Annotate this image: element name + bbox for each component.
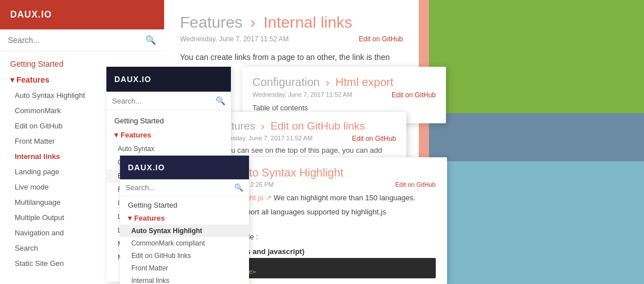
sidebar3-chevron-icon: ▾ bbox=[128, 214, 132, 222]
search-icon: 🔍 bbox=[145, 35, 156, 45]
sidebar3-getting-started[interactable]: Getting Started bbox=[120, 199, 249, 212]
sidebar2-search-bar[interactable]: 🔍 bbox=[106, 92, 231, 110]
card-edit-meta: Wednesday, June 7, 2017 11:52 AM Edit on… bbox=[213, 135, 396, 143]
sidebar2-features-section[interactable]: ▾ Features bbox=[106, 128, 231, 142]
config-separator: › bbox=[326, 76, 330, 88]
sidebar2-chevron-icon: ▾ bbox=[114, 131, 118, 139]
card-config-date: Wednesday, June 7, 2017 11:52 AM bbox=[252, 91, 352, 99]
card-config-edit-link[interactable]: Edit on GitHub bbox=[392, 91, 436, 99]
card-edit-title: Features › Edit on GitHub links bbox=[213, 120, 396, 132]
page-body: You can create links from a page to an o… bbox=[180, 51, 403, 63]
card-config-meta: Wednesday, June 7, 2017 11:52 AM Edit on… bbox=[252, 91, 436, 99]
sidebar2-header: DAUX.IO bbox=[106, 67, 231, 92]
auto-page: Auto Syntax Highlight bbox=[235, 166, 344, 179]
breadcrumb-page: Internal links bbox=[263, 14, 352, 31]
chevron-down-icon: ▾ bbox=[10, 75, 14, 84]
edit-page: Edit on GitHub links bbox=[271, 120, 365, 132]
search-input[interactable] bbox=[8, 36, 141, 45]
sidebar3-item-1[interactable]: CommonMark compliant bbox=[120, 237, 249, 249]
edit-on-github-link[interactable]: Edit on GitHub bbox=[359, 35, 403, 43]
card-auto-edit-link[interactable]: Edit on GitHub bbox=[395, 181, 436, 188]
page-breadcrumb-title: Features › Internal links bbox=[180, 14, 403, 32]
body-paragraph: You can create links from a page to an o… bbox=[180, 51, 403, 63]
page-meta: Wednesday, June 7, 2017 11:52 AM Edit on… bbox=[180, 35, 403, 43]
sidebar3-brand: DAUX.IO bbox=[128, 163, 165, 172]
card-config-body: Table of contents bbox=[252, 104, 436, 112]
sidebar2-getting-started[interactable]: Getting Started bbox=[106, 114, 231, 128]
sidebar3: DAUX.IO 🔍 Getting Started ▾ Features Aut… bbox=[120, 156, 249, 284]
breadcrumb-separator: › bbox=[250, 14, 255, 31]
search-bar[interactable]: 🔍 bbox=[0, 29, 164, 51]
sidebar3-search-bar[interactable]: 🔍 bbox=[120, 179, 249, 196]
sidebar3-features-section[interactable]: ▾ Features bbox=[120, 212, 249, 225]
card-edit-edit-link[interactable]: Edit on GitHub bbox=[352, 135, 396, 143]
sidebar3-item-3[interactable]: Front Matter bbox=[120, 262, 249, 274]
sidebar2-search-icon: 🔍 bbox=[216, 96, 225, 105]
sidebar3-item-4[interactable]: Internal links bbox=[120, 274, 249, 284]
sidebar3-item-2[interactable]: Edit on GitHub links bbox=[120, 249, 249, 262]
breadcrumb-prefix: Features bbox=[180, 14, 243, 31]
sidebar3-search-input[interactable] bbox=[126, 183, 231, 192]
sidebar2-search-input[interactable] bbox=[112, 97, 212, 105]
sidebar3-nav: Getting Started ▾ Features Auto Syntax H… bbox=[120, 196, 249, 284]
config-page: Html export bbox=[336, 76, 393, 88]
brand-header: DAUX.IO bbox=[0, 0, 164, 29]
bg-light-blue-panel bbox=[429, 161, 644, 284]
sidebar2-item-0[interactable]: Auto Syntax bbox=[106, 142, 231, 156]
brand-name: DAUX.IO bbox=[10, 10, 52, 20]
page-date: Wednesday, June 7, 2017 11:52 AM bbox=[180, 35, 289, 43]
sidebar3-item-0[interactable]: Auto Syntax Highlight bbox=[120, 225, 249, 237]
card-config-title: Configuration › Html export bbox=[252, 76, 436, 89]
edit-separator: › bbox=[261, 120, 264, 132]
sidebar3-header: DAUX.IO bbox=[120, 156, 249, 179]
sidebar3-search-icon: 🔍 bbox=[234, 183, 243, 192]
config-prefix: Configuration bbox=[252, 76, 320, 88]
sidebar2-brand: DAUX.IO bbox=[114, 75, 151, 84]
